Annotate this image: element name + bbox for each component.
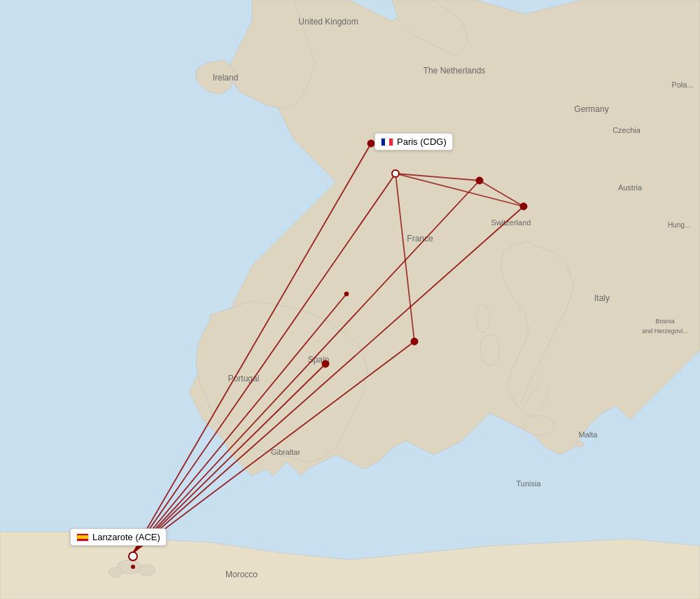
label-ireland: Ireland	[213, 73, 239, 83]
label-switzerland: Switzerland	[491, 218, 531, 227]
svg-point-2	[139, 565, 155, 576]
dot-zurich	[520, 203, 527, 210]
label-bosnia: Bosnia	[655, 318, 675, 325]
dot-bordeaux	[344, 292, 349, 296]
map-svg: United Kingdom The Netherlands Ireland G…	[0, 0, 700, 599]
label-austria: Austria	[618, 183, 643, 192]
dot-north-france	[368, 140, 374, 147]
label-gibraltar: Gibraltar	[271, 448, 301, 456]
label-czechia: Czechia	[612, 126, 641, 134]
svg-point-3	[108, 568, 122, 577]
svg-point-7	[575, 442, 584, 447]
dot-madrid	[322, 360, 329, 367]
svg-point-6	[524, 416, 554, 435]
label-tunisia: Tunisia	[516, 479, 541, 488]
svg-point-5	[476, 304, 490, 332]
svg-point-4	[480, 334, 500, 365]
label-pola: Pola...	[671, 80, 693, 89]
label-morocco: Morocco	[225, 570, 258, 579]
map-container: United Kingdom The Netherlands Ireland G…	[0, 0, 700, 599]
label-netherlands: The Netherlands	[424, 66, 486, 76]
dot-frankfurt	[476, 177, 483, 184]
label-hung: Hung...	[668, 221, 690, 229]
dot-ace	[129, 552, 137, 561]
label-united-kingdom: United Kingdom	[298, 17, 358, 27]
label-herzeg: and Herzegovi...	[642, 327, 688, 334]
dot-ace-small	[131, 565, 135, 569]
label-germany: Germany	[574, 104, 608, 114]
label-malta: Malta	[579, 430, 598, 439]
dot-cdg	[392, 170, 399, 177]
label-italy: Italy	[594, 293, 610, 303]
dot-barcelona	[411, 338, 418, 345]
